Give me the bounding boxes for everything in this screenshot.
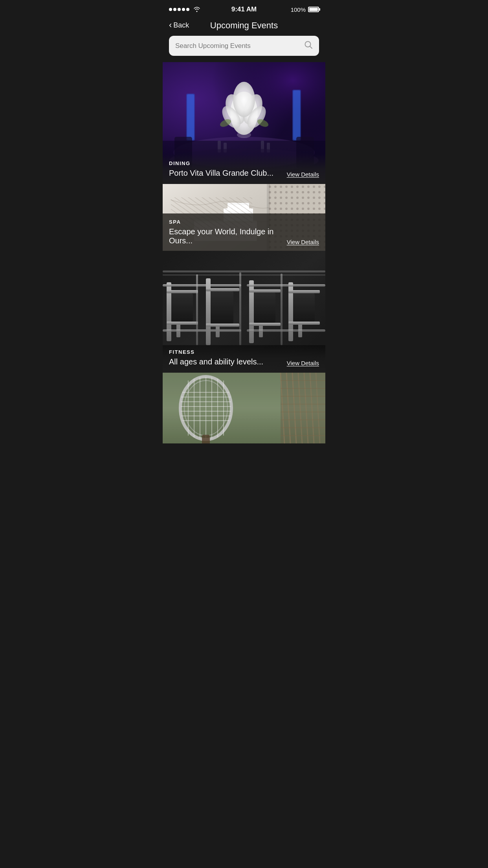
event-card-fitness[interactable]: FITNESS All ages and ability levels... V… xyxy=(163,251,325,373)
event-card-spa[interactable]: SPA Escape your World, Indulge in Ours..… xyxy=(163,184,325,251)
spa-category: SPA xyxy=(169,219,319,225)
signal-dot-1 xyxy=(169,8,172,11)
svg-rect-19 xyxy=(218,141,221,153)
wifi-icon xyxy=(193,7,200,12)
signal-dots xyxy=(169,8,189,11)
status-bar: 9:41 AM 100% xyxy=(163,0,325,17)
spa-view-details[interactable]: View Details xyxy=(287,239,319,245)
battery-percentage: 100% xyxy=(291,6,306,13)
svg-line-1 xyxy=(310,46,312,49)
fitness-card-overlay: FITNESS All ages and ability levels... V… xyxy=(163,343,325,373)
signal-dot-5 xyxy=(186,8,189,11)
spa-card-bottom: Escape your World, Indulge in Ours... Vi… xyxy=(169,227,319,245)
fitness-view-details[interactable]: View Details xyxy=(287,360,319,366)
svg-rect-33 xyxy=(227,203,249,205)
svg-rect-21 xyxy=(261,141,264,153)
tennis-image xyxy=(163,373,325,443)
search-input[interactable] xyxy=(175,42,300,50)
signal-dot-4 xyxy=(182,8,185,11)
status-time: 9:41 AM xyxy=(231,6,257,13)
dining-category: DINING xyxy=(169,160,319,166)
fitness-category: FITNESS xyxy=(169,349,319,355)
battery-icon xyxy=(308,7,319,12)
signal-dot-3 xyxy=(178,8,181,11)
page-title: Upcoming Events xyxy=(210,20,278,31)
svg-rect-20 xyxy=(224,143,227,153)
signal-area xyxy=(169,7,200,12)
spa-title: Escape your World, Indulge in Ours... xyxy=(169,227,282,245)
back-button[interactable]: ‹ Back xyxy=(169,21,189,29)
svg-rect-32 xyxy=(227,204,249,211)
back-label: Back xyxy=(173,21,189,29)
back-chevron-icon: ‹ xyxy=(169,21,172,29)
search-bar[interactable] xyxy=(169,36,319,56)
event-card-dining[interactable]: DINING Porto Vita Villa Grande Club... V… xyxy=(163,62,325,184)
fitness-card-bottom: All ages and ability levels... View Deta… xyxy=(169,357,319,366)
svg-rect-88 xyxy=(202,435,210,443)
nav-header: ‹ Back Upcoming Events xyxy=(163,17,325,36)
svg-rect-8 xyxy=(293,90,300,140)
spa-card-overlay: SPA Escape your World, Indulge in Ours..… xyxy=(163,213,325,251)
search-container xyxy=(163,36,325,62)
signal-dot-2 xyxy=(173,8,176,11)
dining-card-overlay: DINING Porto Vita Villa Grande Club... V… xyxy=(163,154,325,184)
events-list: DINING Porto Vita Villa Grande Club... V… xyxy=(163,62,325,443)
tennis-scene-svg xyxy=(163,373,325,443)
dining-view-details[interactable]: View Details xyxy=(287,171,319,178)
search-icon xyxy=(304,40,313,51)
svg-rect-6 xyxy=(187,94,194,140)
dining-title: Porto Vita Villa Grande Club... xyxy=(169,169,282,178)
svg-point-16 xyxy=(233,82,255,117)
battery-fill xyxy=(309,8,318,11)
svg-rect-31 xyxy=(224,208,253,211)
dining-card-bottom: Porto Vita Villa Grande Club... View Det… xyxy=(169,169,319,178)
event-card-tennis[interactable] xyxy=(163,373,325,443)
battery-area: 100% xyxy=(291,6,319,13)
fitness-title: All ages and ability levels... xyxy=(169,357,282,366)
svg-rect-22 xyxy=(267,143,270,153)
